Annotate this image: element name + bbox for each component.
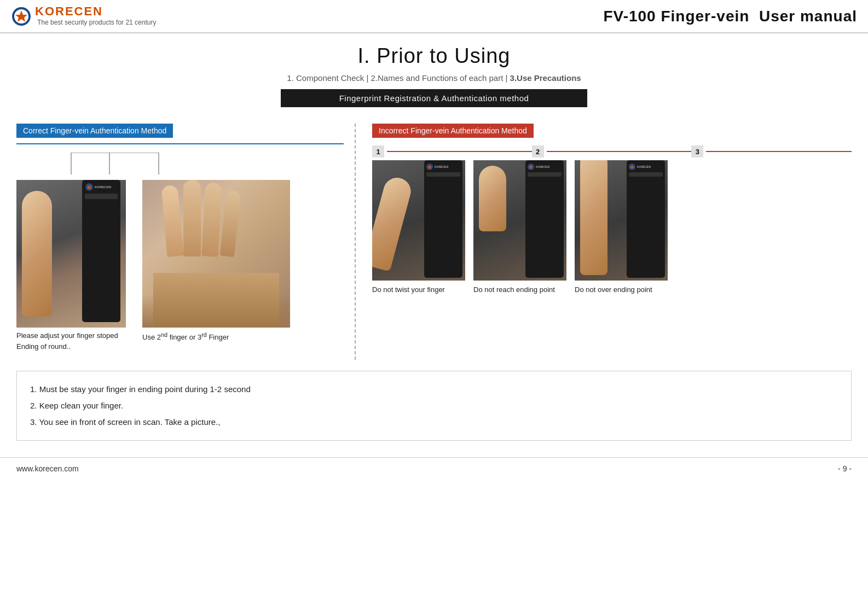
- header-title: FV-100 Finger-vein User manual: [603, 8, 857, 25]
- incorrect-header-row: Incorrect Finger-vein Authentication Met…: [372, 124, 852, 143]
- main-title: I. Prior to Using: [16, 44, 852, 68]
- nav-item1: 1. Component Check: [287, 73, 364, 83]
- diagram-svg: [16, 153, 235, 180]
- notes-item-2: 2. Keep clean your finger.: [30, 398, 838, 414]
- notes-box: 1. Must be stay your finger in ending po…: [16, 371, 852, 441]
- incorrect-caption-1: Do not twist your finger: [372, 285, 445, 295]
- logo-brand: KORECEN: [35, 4, 156, 19]
- incorrect-numbers-row: 1 2 3: [372, 145, 852, 157]
- page-header: KORECEN The best security products for 2…: [0, 0, 868, 33]
- correct-underline: [16, 143, 344, 144]
- correct-caption-1: Please adjust your finger stoped Ending …: [16, 330, 126, 352]
- auth-method-banner: Fingerprint Registration & Authenticatio…: [281, 89, 587, 107]
- correct-images-row: KORECEN Please adjust your finger stoped…: [16, 180, 344, 352]
- logo-tagline: The best security products for 21 centur…: [37, 19, 156, 28]
- notes-item-1: 1. Must be stay your finger in ending po…: [30, 381, 838, 398]
- footer-website: www.korecen.com: [16, 464, 79, 473]
- page-content: I. Prior to Using 1. Component Check | 2…: [0, 33, 868, 452]
- notes-item-3: 3. You see in front of screen in scan. T…: [30, 414, 838, 430]
- incorrect-images-row: KORECEN Do not twist your finger: [372, 160, 852, 295]
- diagram-lines: [16, 153, 344, 180]
- incorrect-col-1: KORECEN Do not twist your finger: [372, 160, 465, 295]
- footer-page: - 9 -: [838, 464, 852, 473]
- two-column-section: Correct Finger-vein Authentication Metho…: [16, 124, 852, 360]
- incorrect-number-3: 3: [691, 145, 703, 157]
- correct-section: Correct Finger-vein Authentication Metho…: [16, 124, 356, 360]
- correct-section-header: Correct Finger-vein Authentication Metho…: [16, 124, 173, 138]
- korecen-logo-icon: [11, 6, 32, 27]
- sup-nd: nd: [161, 331, 167, 338]
- incorrect-col-3: KORECEN Do not over ending point: [575, 160, 668, 295]
- incorrect-col-2: KORECEN Do not reach ending point: [473, 160, 566, 295]
- correct-image-1: KORECEN Please adjust your finger stoped…: [16, 180, 126, 352]
- sup-rd: rd: [201, 331, 207, 338]
- nav-item3-active: 3.Use Precautions: [510, 73, 581, 83]
- incorrect-section: Incorrect Finger-vein Authentication Met…: [356, 124, 852, 360]
- incorrect-caption-2: Do not reach ending point: [473, 285, 555, 295]
- incorrect-caption-3: Do not over ending point: [575, 285, 652, 295]
- logo-area: KORECEN The best security products for 2…: [11, 4, 156, 28]
- incorrect-number-2: 2: [532, 145, 544, 157]
- correct-caption-2: Use 2nd finger or 3rd Finger: [142, 330, 290, 343]
- incorrect-section-header: Incorrect Finger-vein Authentication Met…: [372, 124, 534, 138]
- nav-breadcrumb: 1. Component Check | 2.Names and Functio…: [16, 73, 852, 83]
- incorrect-number-1: 1: [372, 145, 384, 157]
- correct-image-2: Use 2nd finger or 3rd Finger: [142, 180, 290, 343]
- page-footer: www.korecen.com - 9 -: [0, 457, 868, 480]
